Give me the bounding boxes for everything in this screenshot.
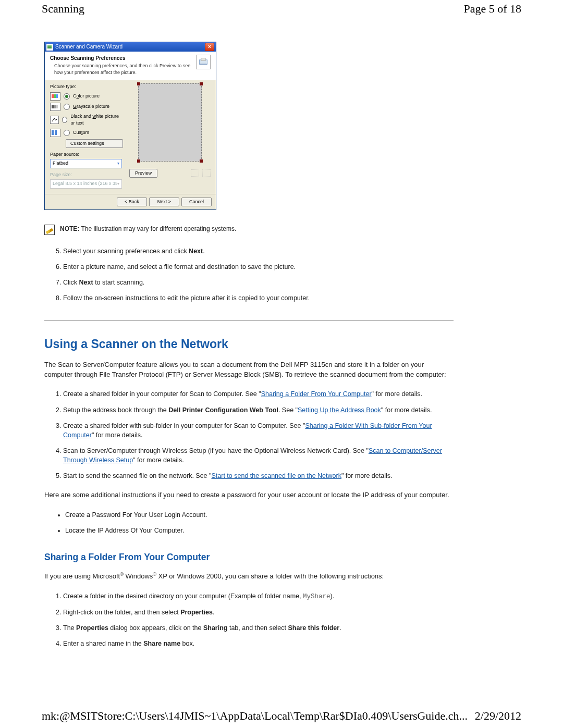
option-custom-label: Custom [73,129,89,136]
thumb-custom-icon [50,129,60,137]
paper-source-value: Flatbed [53,160,68,167]
net-step-4: Scan to Server/Computer through Wireless… [63,443,454,468]
radio-color[interactable] [64,93,70,100]
preview-button[interactable]: Preview [129,169,157,178]
wizard-header: Choose Scanning Preferences Choose your … [45,52,216,80]
svg-rect-1 [201,58,205,61]
preview-area[interactable] [138,83,202,162]
next-button[interactable]: Next > [149,198,179,206]
radio-bw[interactable] [62,117,67,123]
option-grayscale-label: Grayscale picture [73,103,109,110]
note-text: The illustration may vary for different … [79,225,236,232]
note-icon [44,225,55,235]
wizard-window: Scanner and Camera Wizard × Choose Scann… [44,42,216,210]
option-color-label: Color picture [73,93,100,100]
share-step-2: Right-click on the folder, and then sele… [63,604,454,620]
thumb-color-icon [50,92,60,101]
steps-continued: Select your scanning preferences and cli… [63,243,454,306]
page-size-label: Page size: [50,171,123,178]
header-paging: Page 5 of 18 [463,2,521,16]
share-step-4: Enter a shared name in the Share name bo… [63,636,454,651]
header-title: Scanning [42,2,84,16]
zoom-fit-icon[interactable] [191,169,199,177]
footer-date: 2/29/2012 [475,709,521,723]
note: NOTE: The illustration may vary for diff… [44,225,454,235]
link-start-send[interactable]: Start to send the scanned file on the Ne… [211,472,341,479]
option-grayscale[interactable]: Grayscale picture [50,103,123,111]
page-size-value: Legal 8.5 x 14 inches (216 x 356 mm) [53,180,117,187]
net-step-5: Start to send the scanned file on the ne… [63,468,454,484]
bullet-ip: Locate the IP Address Of Your Computer. [65,523,454,538]
share-intro: If you are using Microsoft® Windows® XP … [44,571,454,582]
additional-intro: Here are some additional instructions if… [44,490,454,500]
footer-path: mk:@MSITStore:C:\Users\14JMIS~1\AppData\… [42,709,468,723]
thumb-bw-icon [50,116,59,124]
link-sharing-folder[interactable]: Sharing a Folder From Your Computer [261,390,372,398]
option-bw[interactable]: Black and white picture or text [50,113,123,127]
wizard-subhead: Choose your scanning preferences, and th… [50,63,192,76]
step-5: Select your scanning preferences and cli… [63,243,454,259]
crop-handle[interactable] [200,82,203,85]
paper-source-label: Paper source: [50,151,123,158]
network-steps: Create a shared folder in your computer … [63,386,454,484]
back-button[interactable]: < Back [117,198,147,206]
option-custom[interactable]: Custom [50,129,123,137]
step-8: Follow the on-screen instructions to edi… [63,290,454,306]
heading-network-scanner: Using a Scanner on the Network [44,336,454,353]
net-step-3: Create a shared folder with sub-folder i… [63,418,454,443]
option-bw-label: Black and white picture or text [70,113,123,127]
scanner-icon [196,55,211,69]
example-folder-name: MyShare [303,593,331,600]
share-step-3: The Properties dialog box appears, click… [63,620,454,636]
page-size-combo: Legal 8.5 x 14 inches (216 x 356 mm) ▾ [50,179,122,189]
picture-type-label: Picture type: [50,83,123,90]
step-6: Enter a picture name, and select a file … [63,259,454,275]
crop-handle[interactable] [137,159,140,163]
wizard-title: Scanner and Camera Wizard [55,43,123,51]
close-icon[interactable]: × [205,43,214,51]
thumb-gray-icon [50,103,60,111]
page-content: Scanner and Camera Wizard × Choose Scann… [44,42,454,657]
share-steps: Create a folder in the desired directory… [63,588,454,652]
radio-custom[interactable] [64,130,70,136]
heading-sharing-folder: Sharing a Folder From Your Computer [44,551,454,564]
net-step-2: Setup the address book through the Dell … [63,402,454,418]
share-step-1: Create a folder in the desired directory… [63,588,454,604]
note-label: NOTE: [60,225,79,232]
paper-source-combo[interactable]: Flatbed ▾ [50,159,122,168]
step-7: Click Next to start scanning. [63,275,454,290]
wizard-titlebar: Scanner and Camera Wizard × [45,42,216,52]
additional-list: Create a Password For Your User Login Ac… [63,507,454,538]
zoom-actual-icon[interactable] [202,169,211,177]
chevron-down-icon: ▾ [117,181,119,187]
chevron-down-icon: ▾ [117,161,119,167]
crop-handle[interactable] [200,159,203,163]
radio-grayscale[interactable] [64,104,70,110]
section-divider [44,320,454,321]
custom-settings-button[interactable]: Custom settings [66,139,123,148]
net-step-1: Create a shared folder in your computer … [63,386,454,402]
wizard-app-icon [46,44,53,51]
option-color[interactable]: Color picture [50,92,123,101]
network-intro: The Scan to Server/Computer feature allo… [44,360,454,380]
crop-handle[interactable] [137,82,140,85]
wizard-heading: Choose Scanning Preferences [50,55,192,63]
link-address-book[interactable]: Setting Up the Address Book [298,406,381,414]
svg-rect-2 [52,117,58,122]
bullet-password: Create a Password For Your User Login Ac… [65,507,454,523]
cancel-button[interactable]: Cancel [181,198,212,206]
